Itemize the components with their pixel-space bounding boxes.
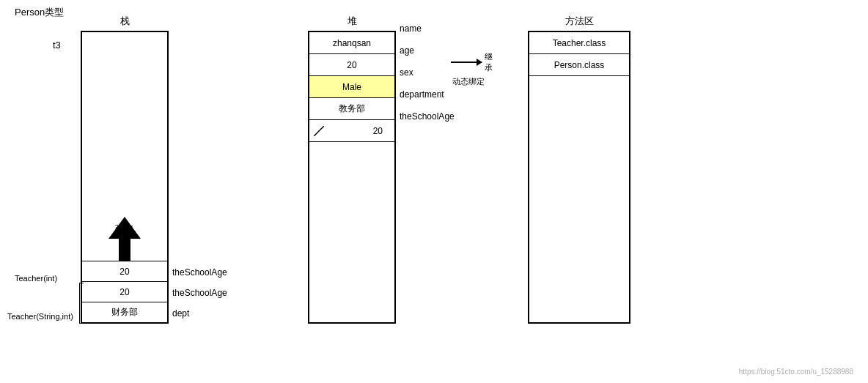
table-row: Teacher.class bbox=[529, 32, 629, 54]
heap-cell-value: 20 bbox=[347, 60, 356, 70]
stack-right-row: theSchoolAge bbox=[172, 262, 227, 283]
table-row: 20 bbox=[82, 261, 167, 281]
heap-field-label: theSchoolAge bbox=[400, 111, 455, 122]
heap-label-row: theSchoolAge bbox=[400, 105, 455, 127]
heap-cell-value: 教务部 bbox=[339, 103, 365, 115]
svg-line-0 bbox=[314, 126, 324, 136]
heap-right-labels: name age sex department theSchoolAge bbox=[400, 18, 455, 127]
heap-label-row: name bbox=[400, 18, 455, 40]
heap-label-row: department bbox=[400, 83, 455, 105]
method-title: 方法区 bbox=[528, 15, 630, 28]
table-row: zhanqsan bbox=[309, 32, 394, 54]
table-row: 20 bbox=[82, 281, 167, 302]
heap-label-row: sex bbox=[400, 62, 455, 83]
stack-right-row: theSchoolAge bbox=[172, 283, 227, 303]
heap-title: 堆 bbox=[308, 15, 396, 28]
stack-bottom: 20 20 财务部 bbox=[82, 261, 167, 322]
heap-cell-value: Male bbox=[342, 82, 361, 92]
teacher-int-label: Teacher(int) bbox=[15, 274, 57, 283]
teacher-string-int-label: Teacher(String,int) bbox=[7, 312, 73, 321]
inheritance-area: 继承 动态绑定 bbox=[451, 51, 499, 87]
heap-cell-value: zhanqsan bbox=[333, 38, 371, 48]
method-outer: Teacher.class Person.class bbox=[528, 31, 630, 324]
stack-right-labels: theSchoolAge theSchoolAge dept bbox=[172, 262, 227, 324]
person-type-label: Person类型 bbox=[15, 6, 64, 19]
heap-cell-value: 20 bbox=[373, 126, 383, 136]
stack-right-label: theSchoolAge bbox=[172, 267, 227, 278]
heap-top: zhanqsan 20 Male 教务部 bbox=[309, 32, 394, 142]
stack-cell-value: 财务部 bbox=[111, 306, 138, 319]
table-row: 20 bbox=[309, 120, 394, 142]
arrow-up-head bbox=[108, 217, 141, 239]
stack-outer: t3 弹出 20 20 财务部 bbox=[81, 31, 169, 324]
heap-section: 堆 zhanqsan 20 Male 教务部 bbox=[308, 15, 396, 324]
heap-label-row: age bbox=[400, 40, 455, 62]
dynamic-bind-label: 动态绑定 bbox=[452, 76, 499, 87]
table-row: Male bbox=[309, 76, 394, 98]
inherit-arrow: 继承 bbox=[451, 51, 499, 73]
inherit-label: 继承 bbox=[485, 51, 499, 73]
stack-section: 栈 t3 弹出 20 20 财务部 bbox=[81, 15, 169, 324]
arrow-up bbox=[108, 217, 141, 261]
heap-field-label: age bbox=[400, 45, 414, 56]
table-row: 教务部 bbox=[309, 98, 394, 120]
heap-field-label: name bbox=[400, 23, 422, 34]
bracket bbox=[79, 283, 84, 324]
method-section: 方法区 Teacher.class Person.class bbox=[528, 15, 630, 324]
arrow-line bbox=[451, 62, 482, 63]
stack-cell-value: 20 bbox=[119, 267, 129, 277]
stack-right-label: theSchoolAge bbox=[172, 288, 227, 298]
table-row: 20 bbox=[309, 54, 394, 76]
arrow-up-body bbox=[119, 239, 130, 261]
t3-label: t3 bbox=[53, 40, 61, 51]
stack-cell-value: 20 bbox=[119, 287, 129, 297]
stack-right-row: dept bbox=[172, 303, 227, 324]
table-row: Person.class bbox=[529, 54, 629, 76]
diagonal-cross-icon bbox=[314, 126, 324, 136]
table-row: 财务部 bbox=[82, 302, 167, 322]
arrowhead bbox=[477, 59, 482, 66]
heap-field-label: sex bbox=[400, 67, 413, 78]
method-cell-value: Teacher.class bbox=[553, 38, 606, 48]
heap-outer: zhanqsan 20 Male 教务部 bbox=[308, 31, 396, 324]
heap-field-label: department bbox=[400, 89, 444, 100]
method-cell-value: Person.class bbox=[554, 60, 605, 70]
stack-title: 栈 bbox=[81, 15, 169, 28]
watermark: https://blog.51cto.com/u_15288988 bbox=[739, 368, 853, 376]
diagram: Person类型 栈 t3 弹出 20 20 bbox=[0, 0, 868, 383]
stack-right-label: dept bbox=[172, 308, 189, 319]
